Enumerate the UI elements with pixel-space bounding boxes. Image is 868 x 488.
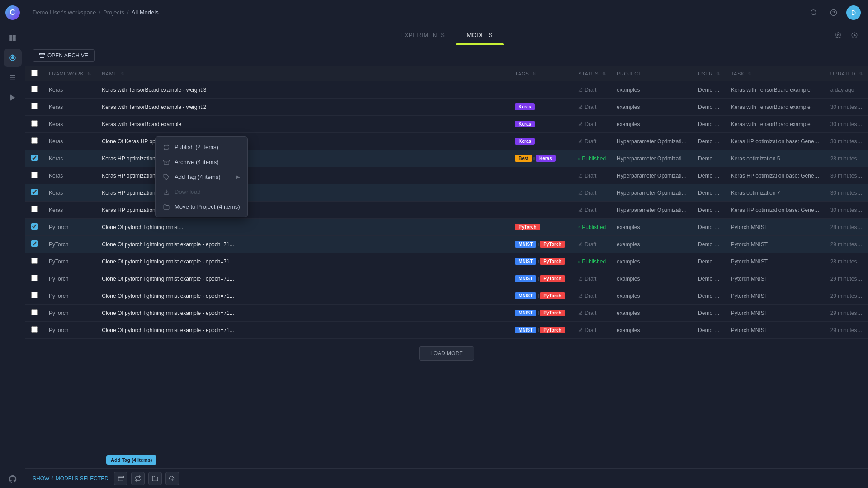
status-badge: Published	[578, 155, 606, 162]
status-badge: Draft	[578, 138, 606, 145]
row-checkbox-cell[interactable]	[25, 184, 43, 202]
user-cell: Demo User	[693, 133, 726, 150]
tag: MNIST	[515, 258, 536, 265]
status-badge: Draft	[578, 327, 606, 333]
svg-rect-2	[9, 38, 12, 41]
row-checkbox-cell[interactable]	[25, 219, 43, 236]
table-row: PyTorch Clone Of pytorch lightning mnist…	[25, 236, 868, 253]
task-cell: Pytorch MNIST	[726, 236, 825, 253]
status-cell: Draft	[573, 81, 611, 99]
sidebar-item-home[interactable]	[4, 29, 22, 47]
sidebar-item-pipelines[interactable]	[4, 89, 22, 107]
row-checkbox[interactable]	[31, 120, 38, 127]
row-checkbox-cell[interactable]	[25, 236, 43, 253]
sidebar-item-experiments[interactable]	[4, 69, 22, 87]
sidebar-item-models[interactable]	[4, 49, 22, 67]
name-header[interactable]: NAME ⇅	[96, 66, 509, 81]
breadcrumb-sep-1: /	[99, 9, 100, 16]
github-icon[interactable]	[7, 474, 18, 484]
row-checkbox-cell[interactable]	[25, 116, 43, 133]
name-cell[interactable]: Keras with TensorBoard example - weight.…	[96, 99, 509, 116]
context-menu-add_tag[interactable]: Add Tag (4 items) ▶	[156, 169, 247, 184]
row-checkbox-cell[interactable]	[25, 253, 43, 270]
table-row: PyTorch Clone Of pytorch lightning mnist…	[25, 219, 868, 236]
move-action-button[interactable]	[148, 472, 162, 485]
row-checkbox[interactable]	[31, 189, 38, 195]
app-logo[interactable]: C	[0, 0, 25, 25]
publish-action-button[interactable]	[131, 472, 145, 485]
add-tag-tooltip: Add Tag (4 items)	[106, 455, 156, 465]
bottom-actions	[114, 472, 179, 485]
row-checkbox[interactable]	[31, 206, 38, 212]
help-button[interactable]	[826, 5, 841, 20]
load-more-button[interactable]: LOAD MORE	[419, 346, 474, 361]
tab-models[interactable]: MODELS	[456, 25, 504, 45]
select-all-header[interactable]	[25, 66, 43, 81]
row-checkbox-cell[interactable]	[25, 305, 43, 322]
project-header[interactable]: PROJECT	[611, 66, 693, 81]
row-checkbox-cell[interactable]	[25, 322, 43, 339]
row-checkbox[interactable]	[31, 309, 38, 315]
row-checkbox-cell[interactable]	[25, 167, 43, 184]
selection-info[interactable]: SHOW 4 MODELS SELECTED	[33, 475, 108, 482]
task-header[interactable]: TASK ⇅	[726, 66, 825, 81]
settings-button[interactable]	[832, 29, 844, 42]
breadcrumb-projects[interactable]: Projects	[103, 9, 124, 16]
row-checkbox-cell[interactable]	[25, 287, 43, 305]
name-cell[interactable]: Keras with TensorBoard example	[96, 116, 509, 133]
upload-action-button[interactable]	[165, 472, 179, 485]
row-checkbox[interactable]	[31, 275, 38, 281]
context-menu-archive[interactable]: Archive (4 items)	[156, 155, 247, 169]
project-cell: examples	[611, 99, 693, 116]
updated-header[interactable]: UPDATED ⇅	[825, 66, 868, 81]
user-avatar[interactable]: D	[846, 5, 861, 20]
context-menu-publish[interactable]: Publish (2 items)	[156, 140, 247, 155]
name-cell[interactable]: Clone Of pytorch lightning mnist...	[96, 219, 509, 236]
name-cell[interactable]: Clone Of pytorch lightning mnist example…	[96, 236, 509, 253]
row-checkbox-cell[interactable]	[25, 99, 43, 116]
breadcrumb-workspace[interactable]: Demo User's workspace	[33, 9, 96, 16]
menu-label-archive: Archive (4 items)	[175, 159, 219, 165]
framework-cell: PyTorch	[43, 287, 96, 305]
status-header[interactable]: STATUS ⇅	[573, 66, 611, 81]
topbar: Demo User's workspace / Projects / All M…	[25, 0, 868, 25]
select-all-checkbox[interactable]	[31, 70, 38, 76]
task-cell: Keras with TensorBoard example	[726, 99, 825, 116]
tags-cell: MNISTPyTorch	[509, 236, 573, 253]
row-checkbox[interactable]	[31, 172, 38, 178]
open-archive-button[interactable]: OPEN ARCHIVE	[33, 49, 95, 62]
row-checkbox[interactable]	[31, 86, 38, 92]
row-checkbox[interactable]	[31, 103, 38, 109]
status-badge: Draft	[578, 207, 606, 213]
row-checkbox[interactable]	[31, 137, 38, 144]
name-cell[interactable]: Clone Of pytorch lightning mnist example…	[96, 270, 509, 287]
project-cell: Hyperparameter Optimization	[611, 202, 693, 219]
row-checkbox-cell[interactable]	[25, 81, 43, 99]
name-cell[interactable]: Clone Of pytorch lightning mnist example…	[96, 322, 509, 339]
updated-cell: 28 minutes ago	[825, 219, 868, 236]
search-button[interactable]	[807, 5, 821, 20]
draft-icon	[578, 242, 583, 247]
row-checkbox-cell[interactable]	[25, 270, 43, 287]
name-cell[interactable]: Clone Of pytorch lightning mnist example…	[96, 287, 509, 305]
play-button[interactable]	[848, 29, 861, 42]
row-checkbox[interactable]	[31, 240, 38, 247]
row-checkbox-cell[interactable]	[25, 202, 43, 219]
context-menu-move[interactable]: Move to Project (4 items)	[156, 199, 247, 214]
tab-experiments[interactable]: EXPERIMENTS	[390, 25, 456, 45]
name-cell[interactable]: Keras with TensorBoard example - weight.…	[96, 81, 509, 99]
row-checkbox-cell[interactable]	[25, 133, 43, 150]
tags-header[interactable]: TAGS ⇅	[509, 66, 573, 81]
row-checkbox[interactable]	[31, 326, 38, 333]
tags-cell: PyTorch	[509, 219, 573, 236]
row-checkbox-cell[interactable]	[25, 150, 43, 167]
row-checkbox[interactable]	[31, 292, 38, 298]
archive-action-button[interactable]	[114, 472, 127, 485]
row-checkbox[interactable]	[31, 258, 38, 264]
name-cell[interactable]: Clone Of pytorch lightning mnist example…	[96, 305, 509, 322]
user-header[interactable]: USER ⇅	[693, 66, 726, 81]
row-checkbox[interactable]	[31, 223, 38, 230]
row-checkbox[interactable]	[31, 155, 38, 161]
name-cell[interactable]: Clone Of pytorch lightning mnist example…	[96, 253, 509, 270]
framework-header[interactable]: FRAMEWORK ⇅	[43, 66, 96, 81]
